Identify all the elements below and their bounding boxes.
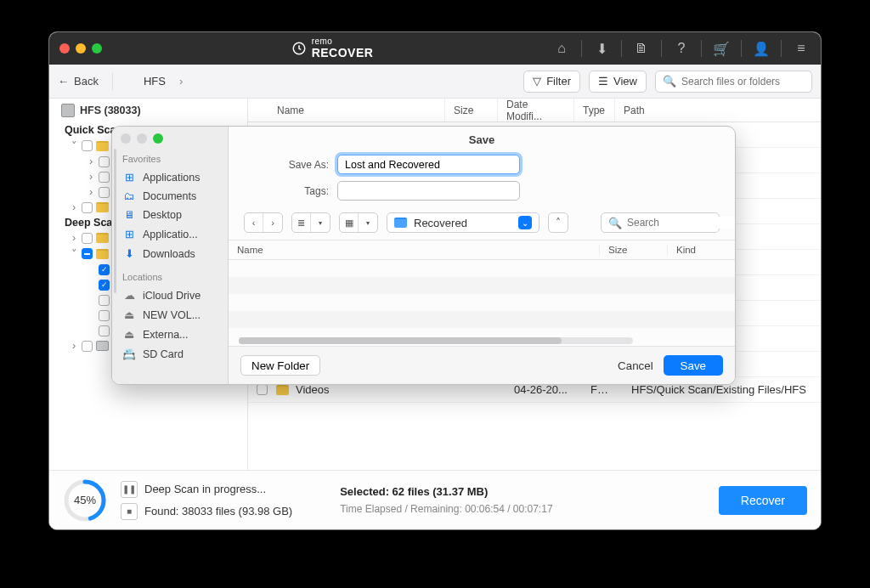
document-icon[interactable]: 🗎 <box>632 41 651 56</box>
new-folder-button[interactable]: New Folder <box>240 355 320 376</box>
checkbox[interactable] <box>82 248 93 259</box>
disclosure-icon[interactable]: › <box>70 232 78 244</box>
save-as-input[interactable] <box>337 155 520 174</box>
checkbox[interactable]: ✓ <box>99 280 110 291</box>
chevron-left-icon[interactable]: ‹ <box>245 213 263 232</box>
col-size[interactable]: Size <box>445 99 498 122</box>
col-path[interactable]: Path <box>615 99 821 122</box>
time-summary: Time Elapsed / Remaining: 00:06:54 / 00:… <box>340 503 552 515</box>
status-bar: 45% ❚❚Deep Scan in progress... ■Found: 3… <box>49 470 821 529</box>
grid-icon: ▦ <box>340 213 359 232</box>
cancel-button[interactable]: Cancel <box>607 355 664 376</box>
pause-button[interactable]: ❚❚ <box>121 481 138 498</box>
save-as-label: Save As: <box>244 159 329 171</box>
help-icon[interactable]: ? <box>672 41 691 56</box>
filter-button[interactable]: ▽ Filter <box>523 71 580 93</box>
save-dialog-sidebar: Favorites ⊞Applications🗂Documents🖥Deskto… <box>112 127 229 384</box>
favorites-item[interactable]: ⊞Applications <box>112 167 228 187</box>
location-label: Recovered <box>414 217 467 229</box>
back-button[interactable]: ← Back <box>58 75 99 88</box>
favorites-label: Desktop <box>143 209 182 221</box>
col-date[interactable]: Date Modifi... <box>498 99 574 122</box>
disclosure-icon[interactable]: › <box>70 201 78 213</box>
tags-input[interactable] <box>337 181 520 201</box>
locations-item[interactable]: ⏏Externa... <box>112 325 228 344</box>
checkbox[interactable] <box>99 156 110 167</box>
favorites-item[interactable]: 🗂Documents <box>112 187 228 206</box>
disclosure-icon[interactable]: › <box>70 340 78 352</box>
download-icon[interactable]: ⬇ <box>592 41 611 57</box>
checkbox[interactable] <box>82 233 93 244</box>
sheet-close-button[interactable] <box>121 133 131 144</box>
checkbox[interactable] <box>82 202 93 213</box>
save-col-kind[interactable]: Kind <box>667 245 735 255</box>
nav-back-forward[interactable]: ‹› <box>244 212 283 233</box>
checkbox[interactable] <box>99 187 110 198</box>
locations-label: NEW VOL... <box>143 309 201 321</box>
favorites-item[interactable]: ⊞Applicatio... <box>112 224 228 244</box>
locations-label: SD Card <box>143 348 184 360</box>
file-type: Fol... <box>582 383 623 396</box>
disclosure-icon[interactable]: › <box>87 186 95 198</box>
favorites-header: Favorites <box>112 150 228 167</box>
zoom-window-button[interactable] <box>92 43 102 54</box>
sidebar-root-label: HFS (38033) <box>80 105 141 116</box>
arrow-left-icon: ← <box>58 75 69 88</box>
chevron-right-icon[interactable]: › <box>263 213 282 232</box>
search-input[interactable] <box>681 76 809 88</box>
horizontal-scrollbar[interactable] <box>239 337 633 344</box>
close-window-button[interactable] <box>59 43 70 54</box>
locations-item[interactable]: ⏏NEW VOL... <box>112 305 228 325</box>
cart-icon[interactable]: 🛒 <box>712 41 731 57</box>
checkbox[interactable] <box>99 325 110 336</box>
file-name: Videos <box>296 383 330 396</box>
disclosure-icon[interactable]: › <box>87 155 95 167</box>
col-name[interactable]: Name <box>277 105 304 116</box>
checkbox[interactable] <box>82 140 93 151</box>
location-popup[interactable]: Recovered ⌄ <box>387 212 540 233</box>
locations-item[interactable]: ☁iCloud Drive <box>112 286 228 305</box>
menu-icon[interactable]: ≡ <box>792 41 811 56</box>
sheet-zoom-button[interactable] <box>153 133 163 144</box>
save-search-input[interactable] <box>627 217 736 229</box>
disclosure-icon[interactable]: › <box>87 171 95 183</box>
col-type[interactable]: Type <box>574 99 615 122</box>
checkbox[interactable] <box>82 341 93 352</box>
checkbox[interactable] <box>99 310 110 321</box>
view-button[interactable]: ☰ View <box>589 71 647 93</box>
save-search-field[interactable]: 🔍 <box>601 212 720 233</box>
checkbox[interactable] <box>257 384 268 395</box>
search-field[interactable]: 🔍 <box>655 71 812 93</box>
sidebar-scrollbar[interactable] <box>114 149 116 293</box>
top-iconbar: ⌂ ⬇ 🗎 ? 🛒 👤 ≡ <box>552 40 811 57</box>
view-mode-grid[interactable]: ▦▾ <box>339 212 378 233</box>
favorites-item[interactable]: ⬇Downloads <box>112 244 228 263</box>
save-dialog: Favorites ⊞Applications🗂Documents🖥Deskto… <box>111 126 736 385</box>
favorites-item[interactable]: 🖥Desktop <box>112 206 228 224</box>
view-mode-list[interactable]: ≣▾ <box>291 212 330 233</box>
view-label: View <box>613 75 637 88</box>
sidebar-root[interactable]: HFS (38033) <box>49 99 247 122</box>
checkbox[interactable]: ✓ <box>99 264 110 275</box>
checkbox[interactable] <box>99 295 110 306</box>
save-file-list[interactable] <box>229 260 735 346</box>
stop-button[interactable]: ■ <box>121 503 138 520</box>
disclosure-icon[interactable]: ˅ <box>70 247 78 260</box>
save-dialog-title: Save <box>229 127 735 151</box>
sidebar-icon: ⊞ <box>122 171 136 184</box>
minimize-window-button[interactable] <box>76 43 86 54</box>
sheet-min-button[interactable] <box>137 133 147 144</box>
breadcrumb[interactable]: HFS › <box>144 75 183 88</box>
folder-icon <box>96 249 109 259</box>
save-button[interactable]: Save <box>664 355 723 376</box>
save-col-size[interactable]: Size <box>599 245 667 255</box>
recover-button[interactable]: Recover <box>719 486 807 515</box>
user-icon[interactable]: 👤 <box>752 41 771 57</box>
home-icon[interactable]: ⌂ <box>552 41 571 56</box>
folder-icon <box>96 141 109 151</box>
disclosure-icon[interactable]: ˅ <box>70 139 78 152</box>
locations-item[interactable]: 📇SD Card <box>112 344 228 364</box>
save-col-name[interactable]: Name <box>229 245 599 255</box>
checkbox[interactable] <box>99 172 110 183</box>
expand-button[interactable]: ˄ <box>548 212 568 233</box>
